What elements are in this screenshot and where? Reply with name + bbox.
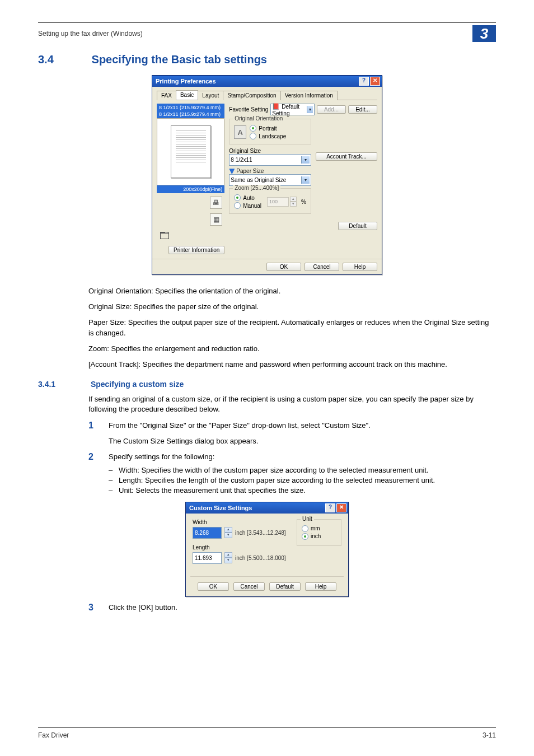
width-spinner[interactable]: ▴▾ <box>224 527 232 538</box>
footer-left: Fax Driver <box>38 731 69 739</box>
tab-fax[interactable]: FAX <box>157 91 176 100</box>
help-button[interactable]: Help <box>343 263 377 271</box>
original-size-select[interactable]: 8 1/2x11 ▾ <box>229 154 311 166</box>
zoom-spinner: 100 ▴▾ % <box>267 197 306 207</box>
subsection-intro: If sending an original of a custom size,… <box>88 394 496 414</box>
original-size-value: 8 1/2x11 <box>231 157 252 163</box>
favorite-select[interactable]: 📕Default Setting ▾ <box>270 104 315 115</box>
step-2: 2 Specify settings for the following: –W… <box>88 452 496 496</box>
desc-account-track: [Account Track]: Specifies the departmen… <box>88 360 496 370</box>
step-1-text: From the "Original Size" or the "Paper S… <box>109 421 496 431</box>
tab-layout[interactable]: Layout <box>198 91 223 100</box>
width-range: inch [3.543...12.248] <box>235 530 286 536</box>
default-button[interactable]: Default <box>338 222 377 230</box>
close-icon[interactable]: ✕ <box>370 77 380 86</box>
dialog-titlebar: Custom Size Settings ? ✕ <box>186 502 348 514</box>
length-label: Length <box>193 544 289 550</box>
subsection-heading: 3.4.1 Specifying a custom size <box>38 380 496 389</box>
running-title: Setting up the fax driver (Windows) <box>38 30 143 38</box>
ok-button[interactable]: OK <box>198 582 229 591</box>
desc-zoom: Zoom: Specifies the enlargement and redu… <box>88 344 496 354</box>
unit-inch-radio[interactable]: inch <box>302 533 336 540</box>
tab-stamp[interactable]: Stamp/Composition <box>223 91 280 100</box>
printer-view-icon[interactable]: 🖶 <box>210 197 222 209</box>
tab-version[interactable]: Version Information <box>280 91 338 100</box>
length-input[interactable]: 11.693 <box>193 552 222 564</box>
step-3: 3 Click the [OK] button. <box>88 603 496 613</box>
page-footer: Fax Driver 3-11 <box>38 727 496 739</box>
edit-button[interactable]: Edit... <box>348 105 377 114</box>
step-1: 1 From the "Original Size" or the "Paper… <box>88 421 496 446</box>
help-icon[interactable]: ? <box>325 503 335 512</box>
desc-paper-size: Paper Size: Specifies the output paper s… <box>88 318 496 338</box>
section-title: Specifying the Basic tab settings <box>92 53 267 66</box>
ok-button[interactable]: OK <box>266 263 301 271</box>
dialog-title: Custom Size Settings <box>189 505 252 511</box>
step-2-length: Length: Specifies the length of the cust… <box>119 476 435 484</box>
paper-size-label: Paper Size <box>236 168 264 174</box>
add-button: Add... <box>317 105 346 114</box>
step-2-text: Specify settings for the following: <box>109 452 496 462</box>
cancel-button[interactable]: Cancel <box>233 582 265 591</box>
step-3-text: Click the [OK] button. <box>109 603 177 612</box>
preview-resolution: 200x200dpi(Fine) <box>157 185 224 193</box>
zoom-group: Zoom [25...400%] Auto Manual 100 ▴▾ % <box>229 188 311 214</box>
paper-view-icon[interactable]: ▦ <box>210 213 222 226</box>
length-spinner[interactable]: ▴▾ <box>224 552 232 563</box>
length-range: inch [5.500...18.000] <box>235 555 286 561</box>
desc-orientation: Original Orientation: Specifies the orie… <box>88 286 496 296</box>
favorite-label: Favorite Setting <box>229 106 268 113</box>
dialog-titlebar: Printing Preferences ? ✕ <box>152 76 382 87</box>
unit-group: Unit mm inch <box>297 519 341 546</box>
unit-legend: Unit <box>301 516 314 522</box>
printing-preferences-dialog: Printing Preferences ? ✕ FAX Basic Layou… <box>152 75 382 275</box>
section-number: 3.4 <box>38 53 88 66</box>
landscape-radio[interactable]: Landscape <box>250 133 286 139</box>
help-button[interactable]: Help <box>305 582 336 591</box>
step-1-result: The Custom Size Settings dialog box appe… <box>109 436 496 446</box>
account-track-button[interactable]: Account Track... <box>316 152 377 161</box>
printer-information-button[interactable]: Printer Information <box>168 246 224 254</box>
preview-size-line2: 8 1/2x11 (215.9x279.4 mm) <box>159 111 222 117</box>
tab-basic[interactable]: Basic <box>176 90 198 100</box>
chevron-down-icon: ▾ <box>307 106 313 113</box>
dialog-title: Printing Preferences <box>156 78 216 85</box>
paper-size-value: Same as Original Size <box>231 177 286 183</box>
custom-size-dialog: Custom Size Settings ? ✕ Width 8.268 ▴▾ … <box>185 502 349 597</box>
close-icon[interactable]: ✕ <box>336 503 346 512</box>
chevron-down-icon: ▾ <box>301 156 310 164</box>
detail-view-icon[interactable]: 🗔 <box>159 230 170 241</box>
zoom-value: 100 <box>267 197 289 207</box>
orientation-icon: A <box>234 125 246 139</box>
zoom-pct: % <box>301 199 306 205</box>
width-label: Width <box>193 519 289 525</box>
tab-strip: FAX Basic Layout Stamp/Composition Versi… <box>157 90 377 100</box>
paper-size-select[interactable]: Same as Original Size ▾ <box>229 174 311 186</box>
step-2-unit: Unit: Selects the measurement unit that … <box>119 486 306 494</box>
chapter-number: 3 <box>472 25 496 42</box>
subsection-number: 3.4.1 <box>38 380 88 389</box>
preview-size-line1: 8 1/2x11 (215.9x279.4 mm) <box>159 105 222 110</box>
original-size-label: Original Size <box>229 148 311 154</box>
unit-mm-radio[interactable]: mm <box>302 525 336 532</box>
portrait-radio[interactable]: Portrait <box>250 125 286 132</box>
step-2-width: Width: Specifies the width of the custom… <box>119 466 429 474</box>
zoom-manual-radio[interactable]: Manual <box>234 202 261 209</box>
zoom-legend: Zoom [25...400%] <box>233 185 280 191</box>
preview-pane: 8 1/2x11 (215.9x279.4 mm) 8 1/2x11 (215.… <box>157 104 224 254</box>
subsection-title: Specifying a custom size <box>91 380 184 389</box>
preview-paper-icon <box>171 125 211 178</box>
down-arrow-icon <box>229 169 235 174</box>
width-input[interactable]: 8.268 <box>193 527 222 539</box>
orientation-group: Original Orientation A Portrait Landscap… <box>229 119 311 144</box>
zoom-auto-radio[interactable]: Auto <box>234 194 261 201</box>
section-heading: 3.4 Specifying the Basic tab settings <box>38 53 496 66</box>
footer-right: 3-11 <box>483 731 496 739</box>
help-icon[interactable]: ? <box>359 77 369 86</box>
running-header: Setting up the fax driver (Windows) 3 <box>38 25 496 42</box>
default-button[interactable]: Default <box>269 582 301 591</box>
book-icon: 📕 <box>272 103 280 110</box>
orientation-legend: Original Orientation <box>233 115 284 122</box>
cancel-button[interactable]: Cancel <box>305 263 339 271</box>
desc-original-size: Original Size: Specifies the paper size … <box>88 302 496 312</box>
